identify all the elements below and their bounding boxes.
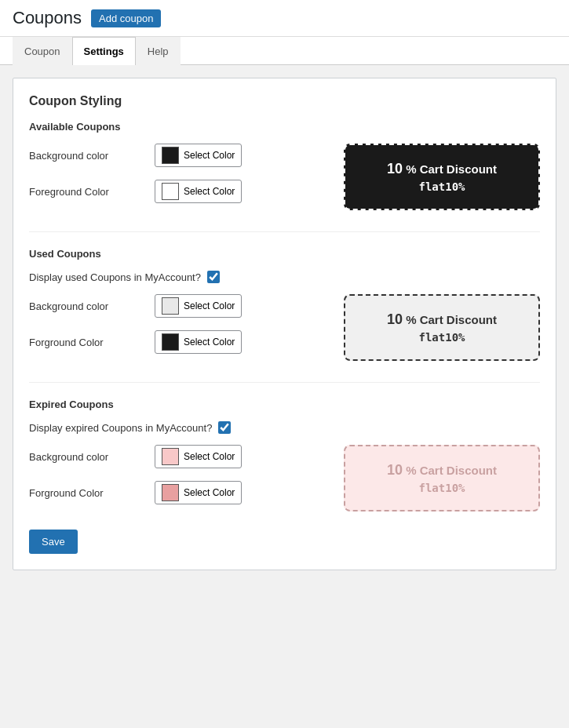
used-preview-main: 10 % Cart Discount	[358, 311, 526, 328]
used-preview-text: Cart Discount	[420, 313, 497, 326]
used-coupons-section: Used Coupons Display used Coupons in MyA…	[29, 248, 540, 366]
expired-checkbox-label: Display expired Coupons in MyAccount?	[29, 422, 212, 434]
used-checkbox[interactable]	[207, 271, 220, 283]
expired-coupon-preview: 10 % Cart Discount flat10%	[344, 445, 540, 511]
used-fg-select-label: Select Color	[184, 337, 235, 348]
used-bg-swatch	[162, 297, 179, 315]
expired-bg-select-label: Select Color	[184, 451, 235, 462]
available-fg-color-button[interactable]: Select Color	[155, 180, 242, 203]
used-preview-code: flat10%	[358, 331, 526, 344]
main-content: Coupon Styling Available Coupons Backgro…	[13, 78, 556, 570]
used-bg-row: Background color Select Color	[29, 294, 297, 318]
available-bg-row: Background color Select Color	[29, 144, 297, 167]
expired-fg-select-label: Select Color	[184, 487, 235, 498]
available-bg-label: Background color	[29, 150, 155, 162]
used-preview-area: 10 % Cart Discount flat10%	[344, 294, 540, 361]
section-title: Coupon Styling	[29, 94, 540, 108]
expired-preview-main: 10 % Cart Discount	[358, 462, 526, 479]
divider-1	[29, 231, 540, 232]
expired-checkbox[interactable]	[218, 421, 231, 434]
available-bg-color-button[interactable]: Select Color	[155, 144, 242, 167]
used-checkbox-label: Display used Coupons in MyAccount?	[29, 271, 201, 283]
expired-title: Expired Coupons	[29, 399, 540, 410]
available-bg-select-label: Select Color	[184, 150, 235, 161]
expired-preview-percent: 10	[387, 462, 403, 478]
used-checkbox-row: Display used Coupons in MyAccount?	[29, 271, 540, 283]
used-preview-unit: %	[406, 313, 416, 326]
page-header: Coupons Add coupon	[0, 0, 569, 37]
used-bg-color-button[interactable]: Select Color	[155, 294, 242, 318]
available-fg-label: Foreground Color	[29, 186, 155, 198]
used-title: Used Coupons	[29, 248, 540, 260]
expired-preview-area: 10 % Cart Discount flat10%	[344, 445, 540, 511]
expired-fg-color-button[interactable]: Select Color	[155, 481, 242, 504]
used-bg-select-label: Select Color	[184, 300, 235, 311]
available-preview-code: flat10%	[358, 180, 526, 193]
expired-preview-unit: %	[406, 464, 416, 477]
available-preview-text: Cart Discount	[420, 162, 497, 176]
used-fg-row: Forground Color Select Color	[29, 330, 297, 354]
expired-fg-row: Forground Color Select Color	[29, 481, 297, 504]
available-controls-preview: Background color Select Color Foreground…	[29, 144, 540, 216]
expired-checkbox-row: Display expired Coupons in MyAccount?	[29, 421, 540, 434]
divider-2	[29, 382, 540, 383]
page-title: Coupons	[13, 8, 82, 28]
used-preview-percent: 10	[387, 311, 403, 327]
available-fg-select-label: Select Color	[184, 186, 235, 197]
used-fg-label: Forground Color	[29, 337, 155, 348]
save-button[interactable]: Save	[29, 530, 78, 554]
available-coupons-section: Available Coupons Background color Selec…	[29, 121, 540, 216]
used-fg-swatch	[162, 333, 179, 351]
available-coupon-preview: 10 % Cart Discount flat10%	[344, 144, 540, 210]
expired-coupons-section: Expired Coupons Display expired Coupons …	[29, 399, 540, 517]
available-preview-area: 10 % Cart Discount flat10%	[344, 144, 540, 210]
available-bg-swatch	[162, 147, 179, 164]
expired-bg-row: Background color Select Color	[29, 445, 297, 468]
available-fg-swatch	[162, 183, 179, 200]
expired-controls-preview: Background color Select Color Forground …	[29, 445, 540, 517]
tab-coupon[interactable]: Coupon	[13, 37, 72, 65]
used-coupon-preview: 10 % Cart Discount flat10%	[344, 294, 540, 361]
available-preview-main: 10 % Cart Discount	[358, 161, 526, 177]
expired-bg-color-button[interactable]: Select Color	[155, 445, 242, 468]
tab-bar: Coupon Settings Help	[0, 37, 569, 65]
available-preview-unit: %	[406, 162, 416, 176]
available-fg-row: Foreground Color Select Color	[29, 180, 297, 203]
expired-color-controls: Background color Select Color Forground …	[29, 445, 297, 517]
used-fg-color-button[interactable]: Select Color	[155, 330, 242, 354]
available-preview-percent: 10	[387, 161, 403, 177]
expired-preview-code: flat10%	[358, 482, 526, 494]
tab-help[interactable]: Help	[136, 37, 181, 65]
tab-settings[interactable]: Settings	[72, 37, 136, 65]
used-bg-label: Background color	[29, 300, 155, 312]
add-coupon-button[interactable]: Add coupon	[91, 9, 161, 27]
expired-bg-swatch	[162, 448, 179, 465]
expired-bg-label: Background color	[29, 451, 155, 463]
available-color-controls: Background color Select Color Foreground…	[29, 144, 297, 216]
expired-fg-swatch	[162, 484, 179, 501]
used-color-controls: Background color Select Color Forground …	[29, 294, 297, 366]
expired-preview-text: Cart Discount	[420, 464, 497, 477]
available-title: Available Coupons	[29, 121, 540, 133]
used-controls-preview: Background color Select Color Forground …	[29, 294, 540, 366]
expired-fg-label: Forground Color	[29, 487, 155, 499]
